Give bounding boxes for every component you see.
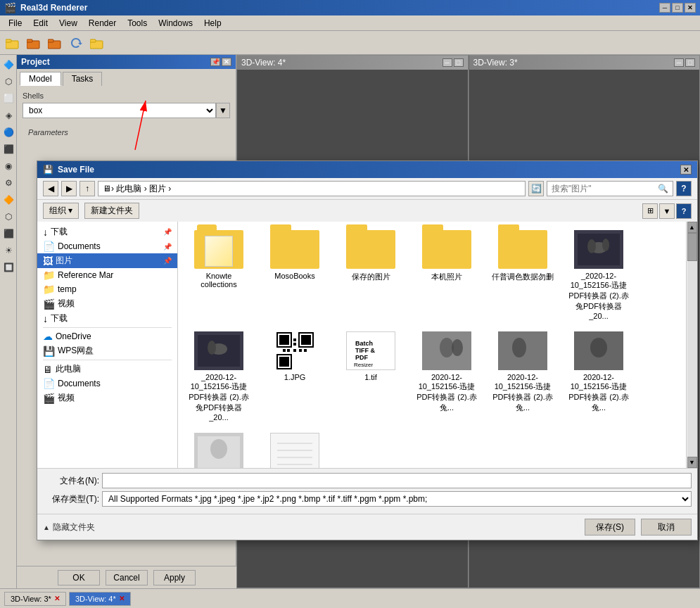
tree-item-onedrive[interactable]: ☁ OneDrive: [37, 329, 177, 343]
file-item-color[interactable]: 仟普调色数据勿删: [488, 227, 558, 323]
file-item-mosobooks[interactable]: MosoBooks: [260, 227, 330, 323]
view-dropdown-button[interactable]: ▼: [659, 203, 675, 219]
file-item-img6[interactable]: 2020-12-10_152156-迅捷PDF转换器 (2).赤兔...: [184, 430, 254, 468]
refmar-icon: 📁: [43, 270, 55, 281]
img-thumb-1: [574, 230, 623, 269]
file-item-img1[interactable]: _2020-12-10_152156-迅捷PDF转换器 (2).赤兔PDF转换器…: [564, 227, 634, 323]
tree-item-documents2-label: Documents: [58, 379, 101, 388]
tree-item-documents1[interactable]: 📄 Documents 📌: [37, 239, 177, 253]
svg-rect-24: [293, 338, 296, 341]
refresh-button[interactable]: 🔄: [528, 181, 544, 196]
temp-icon: 📁: [43, 284, 55, 295]
filename-input[interactable]: [102, 473, 692, 488]
svg-point-44: [210, 439, 227, 459]
new-folder-button[interactable]: 新建文件夹: [84, 203, 139, 219]
img-thumb-animated: [270, 433, 319, 468]
hide-folder-toggle[interactable]: ▲ 隐藏文件夹: [43, 521, 95, 533]
onedrive-icon: ☁: [43, 331, 53, 342]
breadcrumb-icon: 🖥: [103, 184, 111, 194]
img-thumb-4: [498, 331, 547, 370]
tree-item-onedrive-label: OneDrive: [56, 331, 91, 341]
file-img3-label: 2020-12-10_152156-迅捷PDF转换器 (2).赤兔...: [415, 373, 478, 413]
help2-button[interactable]: ?: [676, 203, 692, 219]
filetype-select[interactable]: All Supported Formats *.jpg *.jpeg *.jpe…: [102, 491, 692, 507]
tree-item-temp[interactable]: 📁 temp: [37, 282, 177, 296]
svg-point-40: [512, 338, 526, 357]
svg-point-42: [590, 338, 607, 357]
tree-item-documents2[interactable]: 📄 Documents: [37, 376, 177, 391]
search-input[interactable]: [552, 184, 658, 194]
file-item-saved-pics[interactable]: 保存的图片: [336, 227, 406, 323]
tree-item-video2[interactable]: 🎬 视频: [37, 391, 177, 405]
file-grid: Knowte collections MosoBooks 保存的图片 本机照片: [178, 222, 686, 468]
scroll-track: [687, 233, 697, 457]
filetype-label: 保存类型(T):: [43, 493, 99, 505]
pc-icon: 🖥: [43, 364, 53, 375]
file-item-knowte[interactable]: Knowte collections: [184, 227, 254, 323]
tree-item-video2-label: 视频: [58, 392, 75, 404]
tree-item-downloads2[interactable]: ↓ 下载: [37, 311, 177, 326]
video1-icon: 🎬: [43, 298, 55, 310]
organize-button[interactable]: 组织 ▾: [43, 203, 79, 219]
tree-item-downloads1[interactable]: ↓ 下载 📌: [37, 224, 177, 239]
pin2-icon: 📌: [163, 243, 172, 251]
documents2-icon: 📄: [43, 378, 55, 389]
img-thumb-qr: [270, 331, 319, 370]
search-icon: 🔍: [658, 184, 668, 194]
img-thumb-2: [194, 331, 243, 370]
nav-up-button[interactable]: ↑: [79, 181, 95, 196]
new-folder-label: 新建文件夹: [91, 205, 133, 217]
file-item-qr[interactable]: 1.JPG: [260, 329, 330, 424]
file-item-img2[interactable]: _2020-12-10_152156-迅捷PDF转换器 (2).赤兔PDF转换器…: [184, 329, 254, 424]
dialog-save-button[interactable]: 保存(S): [585, 519, 635, 536]
svg-rect-45: [274, 436, 316, 468]
breadcrumb-bar[interactable]: 🖥 › 此电脑 › 图片 ›: [98, 181, 526, 196]
svg-text:PDF: PDF: [355, 354, 369, 361]
dialog-cancel-button[interactable]: 取消: [641, 519, 692, 536]
tree-item-video1-label: 视频: [58, 298, 75, 310]
dialog-title-label: Save File: [58, 165, 94, 175]
scroll-down[interactable]: ▼: [687, 457, 697, 468]
scroll-up[interactable]: ▲: [687, 222, 697, 233]
file-item-img3[interactable]: 2020-12-10_152156-迅捷PDF转换器 (2).赤兔...: [412, 329, 482, 424]
documents1-icon: 📄: [43, 241, 55, 252]
svg-rect-27: [287, 349, 290, 352]
img-thumb-tif: Batch TIFF & PDF Resizer: [346, 331, 395, 370]
tree-item-wps[interactable]: 💾 WPS网盘: [37, 343, 177, 358]
file-local-photos-label: 本机照片: [431, 272, 462, 282]
file-item-img5[interactable]: 2020-12-10_152156-迅捷PDF转换器 (2).赤兔...: [564, 329, 634, 424]
tree-item-pc[interactable]: 🖥 此电脑: [37, 362, 177, 376]
nav-forward-button[interactable]: ▶: [61, 181, 77, 196]
file-item-tif[interactable]: Batch TIFF & PDF Resizer 1.tif: [336, 329, 406, 424]
scroll-thumb[interactable]: [687, 233, 697, 261]
svg-point-13: [602, 239, 609, 251]
dialog-fields: 文件名(N): 保存类型(T): All Supported Formats *…: [37, 468, 697, 514]
file-item-local-photos[interactable]: 本机照片: [412, 227, 482, 323]
dialog-close-button[interactable]: ✕: [680, 165, 692, 175]
file-img1-label: _2020-12-10_152156-迅捷PDF转换器 (2).赤兔PDF转换器…: [567, 272, 630, 320]
tree-item-video1[interactable]: 🎬 视频: [37, 296, 177, 311]
help-button[interactable]: ?: [676, 181, 692, 196]
search-box: 🔍: [547, 181, 673, 196]
file-mosobooks-label: MosoBooks: [274, 272, 314, 280]
filename-label: 文件名(N):: [43, 475, 99, 487]
downloads1-icon: ↓: [43, 227, 48, 238]
tree-item-documents1-label: Documents: [58, 241, 101, 251]
wps-icon: 💾: [43, 346, 55, 357]
file-item-img4[interactable]: 2020-12-10_152156-迅捷PDF转换器 (2).赤兔...: [488, 329, 558, 424]
tree-item-downloads2-label: 下载: [51, 312, 68, 324]
pin1-icon: 📌: [163, 228, 172, 236]
file-img2-label: _2020-12-10_152156-迅捷PDF转换器 (2).赤兔PDF转换器…: [187, 373, 250, 422]
svg-rect-23: [279, 357, 289, 367]
view-icons-button[interactable]: ⊞: [642, 203, 658, 219]
scrollbar-right[interactable]: ▲ ▼: [686, 222, 697, 468]
file-img5-label: 2020-12-10_152156-迅捷PDF转换器 (2).赤兔...: [567, 373, 630, 413]
file-item-animated[interactable]: animated.png: [260, 430, 330, 468]
svg-rect-26: [283, 349, 286, 352]
tree-item-refmar[interactable]: 📁 Reference Mar: [37, 268, 177, 282]
dialog-nav: ◀ ▶ ↑ 🖥 › 此电脑 › 图片 › 🔄 🔍 ?: [37, 178, 697, 200]
tree-item-pictures[interactable]: 🖼 图片 📌: [37, 253, 177, 268]
hide-folder-label: 隐藏文件夹: [53, 521, 95, 533]
file-saved-pics-label: 保存的图片: [352, 272, 390, 282]
nav-back-button[interactable]: ◀: [43, 181, 58, 196]
